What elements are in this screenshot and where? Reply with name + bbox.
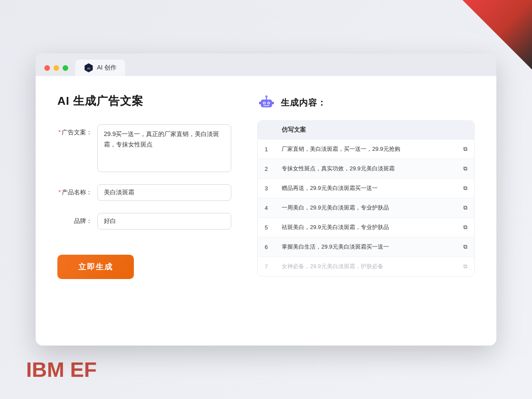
- ibm-ef-text: IBM EF: [26, 358, 97, 382]
- table-row: 2 专抹女性斑点，真实功效，29.9元美白淡斑霜 ⧉: [258, 159, 474, 178]
- svg-point-5: [264, 103, 265, 104]
- row-text: 祛斑美白，29.9元美白淡斑霜，专业护肤品: [275, 217, 456, 237]
- copy-icon[interactable]: ⧉: [456, 159, 474, 178]
- table-row: 3 赠品再送，29.9元美白淡斑霜买一送一 ⧉: [258, 178, 474, 198]
- product-name-input[interactable]: [97, 184, 231, 201]
- svg-point-10: [266, 96, 267, 97]
- ai-tab-icon: AI: [84, 63, 93, 73]
- svg-point-6: [268, 103, 269, 104]
- generate-button[interactable]: 立即生成: [57, 255, 134, 279]
- table-col-text: 仿写文案: [275, 121, 456, 139]
- browser-chrome: AI AI 创作: [36, 53, 496, 76]
- traffic-light-green[interactable]: [63, 65, 68, 71]
- product-name-label: *产品名称：: [57, 184, 92, 196]
- row-number: 3: [258, 178, 275, 198]
- table-row: 1 厂家直销，美白淡斑霜，买一送一，29.9元抢购 ⧉: [258, 139, 474, 159]
- row-number: 2: [258, 159, 275, 178]
- row-text: 厂家直销，美白淡斑霜，买一送一，29.9元抢购: [275, 139, 456, 159]
- copy-icon[interactable]: ⧉: [456, 256, 474, 276]
- table-row: 4 一周美白，29.9元美白淡斑霜，专业护肤品 ⧉: [258, 198, 474, 217]
- row-number: 1: [258, 139, 275, 159]
- product-name-required: *: [59, 189, 61, 196]
- traffic-light-red[interactable]: [44, 65, 50, 71]
- ad-copy-input[interactable]: 29.9买一送一，真正的厂家直销，美白淡斑霜，专抹女性斑点: [97, 124, 231, 172]
- traffic-light-yellow[interactable]: [53, 65, 59, 71]
- brand-input[interactable]: [97, 213, 231, 229]
- result-header: 生成内容：: [257, 93, 475, 112]
- table-col-copy: [456, 121, 474, 139]
- traffic-lights: [44, 65, 68, 71]
- brand-label: 品牌：: [57, 213, 92, 225]
- ad-copy-label: *广告文案：: [57, 124, 92, 136]
- row-text: 女神必备，29.9元美白淡斑霜，护肤必备: [275, 256, 456, 276]
- ad-copy-row: *广告文案： 29.9买一送一，真正的厂家直销，美白淡斑霜，专抹女性斑点: [57, 124, 231, 172]
- brand-row: 品牌：: [57, 213, 231, 229]
- copy-icon[interactable]: ⧉: [456, 217, 474, 237]
- table-row: 6 掌握美白生活，29.9元美白淡斑霜买一送一 ⧉: [258, 237, 474, 256]
- page-title: AI 生成广告文案: [57, 93, 231, 109]
- svg-rect-7: [263, 105, 269, 106]
- svg-rect-2: [261, 100, 272, 107]
- table-row: 5 祛斑美白，29.9元美白淡斑霜，专业护肤品 ⧉: [258, 217, 474, 237]
- left-panel: AI 生成广告文案 *广告文案： 29.9买一送一，真正的厂家直销，美白淡斑霜，…: [57, 93, 231, 324]
- product-name-row: *产品名称：: [57, 184, 231, 201]
- right-panel: 生成内容： 仿写文案 1 厂家直销，美白淡斑霜，买一送一，29.9元抢购 ⧉ 2…: [257, 93, 475, 324]
- copy-icon[interactable]: ⧉: [456, 237, 474, 256]
- robot-icon: [257, 93, 276, 112]
- row-number: 4: [258, 198, 275, 217]
- browser-tab[interactable]: AI AI 创作: [75, 60, 125, 76]
- copy-icon[interactable]: ⧉: [456, 139, 474, 159]
- copy-icon[interactable]: ⧉: [456, 198, 474, 217]
- table-col-num: [258, 121, 275, 139]
- ad-copy-required: *: [59, 129, 61, 136]
- table-row: 7 女神必备，29.9元美白淡斑霜，护肤必备 ⧉: [258, 256, 474, 276]
- result-title: 生成内容：: [281, 97, 326, 109]
- row-text: 专抹女性斑点，真实功效，29.9元美白淡斑霜: [275, 159, 456, 178]
- svg-rect-12: [272, 102, 274, 104]
- row-number: 5: [258, 217, 275, 237]
- copy-icon[interactable]: ⧉: [456, 178, 474, 198]
- row-text: 一周美白，29.9元美白淡斑霜，专业护肤品: [275, 198, 456, 217]
- row-text: 赠品再送，29.9元美白淡斑霜买一送一: [275, 178, 456, 198]
- row-number: 7: [258, 256, 275, 276]
- browser-content: AI 生成广告文案 *广告文案： 29.9买一送一，真正的厂家直销，美白淡斑霜，…: [36, 76, 496, 346]
- svg-rect-11: [259, 102, 261, 104]
- result-table: 仿写文案 1 厂家直销，美白淡斑霜，买一送一，29.9元抢购 ⧉ 2 专抹女性斑…: [257, 120, 475, 276]
- browser-window: AI AI 创作 AI 生成广告文案 *广告文案： 29.9买一送一，真正的厂家…: [36, 53, 496, 346]
- tab-title: AI 创作: [97, 64, 116, 72]
- row-text: 掌握美白生活，29.9元美白淡斑霜买一送一: [275, 237, 456, 256]
- row-number: 6: [258, 237, 275, 256]
- svg-text:AI: AI: [87, 66, 90, 70]
